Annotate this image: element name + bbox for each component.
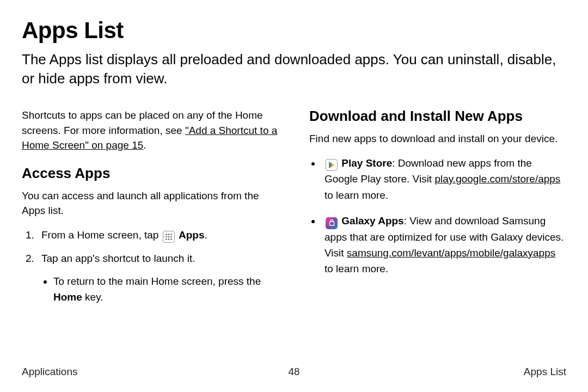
play-store-icon	[326, 159, 338, 171]
shortcuts-paragraph: Shortcuts to apps can be placed on any o…	[22, 108, 279, 153]
svg-point-2	[170, 234, 172, 235]
svg-point-4	[168, 236, 169, 238]
left-column: Shortcuts to apps can be placed on any o…	[22, 108, 279, 313]
svg-point-6	[166, 238, 167, 240]
svg-point-0	[166, 234, 167, 235]
galaxy-apps-name: Galaxy Apps	[341, 215, 403, 226]
play-store-link[interactable]: play.google.com/store/apps	[434, 173, 560, 185]
step-2-text: Tap an app's shortcut to launch it.	[41, 253, 195, 264]
download-heading: Download and Install New Apps	[309, 108, 566, 125]
svg-point-5	[170, 236, 172, 238]
footer-section-label: Applications	[22, 366, 77, 378]
step-2-sub-post: key.	[82, 291, 103, 303]
step-1-text-post: .	[204, 229, 207, 241]
step-2-sublist: To return to the main Home screen, press…	[41, 273, 279, 305]
svg-point-7	[168, 238, 169, 240]
right-column: Download and Install New Apps Find new a…	[309, 108, 566, 313]
play-store-bullet: Play Store: Download new apps from the G…	[321, 155, 566, 203]
svg-point-1	[168, 234, 169, 235]
play-store-text2: to learn more.	[324, 189, 388, 201]
svg-point-8	[170, 238, 172, 240]
page-title: Apps List	[22, 17, 566, 44]
home-key-label: Home	[53, 291, 82, 303]
play-store-name: Play Store	[341, 157, 392, 169]
download-bullets: Play Store: Download new apps from the G…	[309, 155, 566, 277]
galaxy-apps-bullet: Galaxy Apps: View and download Samsung a…	[321, 213, 566, 277]
galaxy-apps-link[interactable]: samsung.com/levant/apps/mobile/galaxyapp…	[347, 247, 555, 259]
step-2: Tap an app's shortcut to launch it. To r…	[37, 250, 279, 305]
apps-label: Apps	[179, 229, 205, 241]
page-footer: Applications 48 Apps List	[22, 366, 566, 378]
svg-point-3	[166, 236, 167, 238]
step-2-sub-pre: To return to the main Home screen, press…	[53, 275, 261, 287]
download-paragraph: Find new apps to download and install on…	[309, 131, 566, 146]
access-apps-paragraph: You can access and launch all applicatio…	[22, 188, 279, 218]
step-1: From a Home screen, tap Apps.	[37, 227, 279, 243]
access-steps-list: From a Home screen, tap Apps. Tap an app…	[22, 227, 279, 305]
content-columns: Shortcuts to apps can be placed on any o…	[22, 108, 566, 313]
access-apps-heading: Access Apps	[22, 165, 279, 182]
galaxy-apps-text2: to learn more.	[324, 263, 388, 274]
step-1-text-pre: From a Home screen, tap	[41, 229, 162, 241]
page-intro: The Apps list displays all preloaded and…	[22, 50, 566, 88]
footer-page-number: 48	[288, 366, 299, 378]
galaxy-apps-icon	[326, 217, 338, 229]
step-2-subitem: To return to the main Home screen, press…	[53, 273, 279, 305]
footer-topic-label: Apps List	[524, 366, 566, 378]
apps-icon	[163, 231, 175, 243]
shortcuts-text-post: .	[143, 139, 146, 151]
